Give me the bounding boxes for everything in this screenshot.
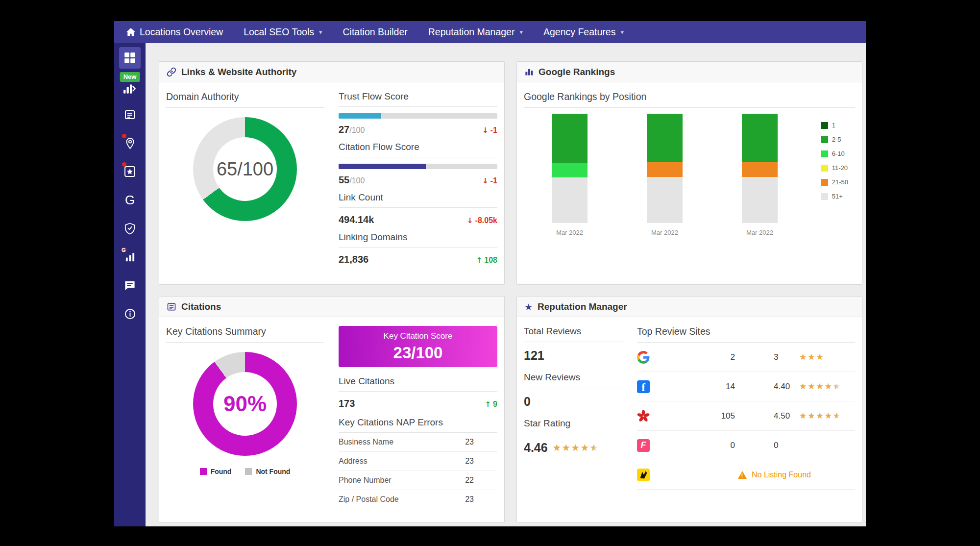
star-rating-display: ★★★★★★ [799, 353, 825, 361]
nav-label: Reputation Manager [428, 26, 515, 38]
sidebar-item-info[interactable] [119, 303, 141, 324]
metric-value: 21,836 [339, 254, 368, 265]
sidebar-item-citations[interactable] [119, 104, 141, 125]
ranking-stacked-bar [647, 114, 683, 223]
rankings-chart: Mar 2022Mar 2022Mar 2022 12-56-1011-2021… [524, 114, 855, 275]
metric-value: 27/100 [339, 124, 365, 135]
linking-domains-metric: Linking Domains 21,836 ↑108 [339, 232, 497, 265]
new-reviews-stat: New Reviews 0 [524, 372, 624, 409]
bar-segment-51+ [647, 177, 683, 223]
citations-donut: 90% [193, 352, 297, 456]
sidebar-item-dashboard[interactable] [119, 47, 141, 69]
card-body: Google Rankings by Position Mar 2022Mar … [517, 82, 862, 284]
stat-value: 4.46 [524, 441, 548, 455]
card-title: Links & Website Authority [181, 67, 296, 77]
card-header: Citations [159, 297, 504, 317]
sidebar-item-rankings[interactable]: New [119, 75, 141, 97]
home-icon [126, 27, 136, 37]
legend-swatch [821, 136, 828, 143]
review-site-row-yellowpages: ! No Listing Found [637, 460, 855, 490]
review-site-row-foursquare: F 0 0 [637, 431, 855, 460]
legend-swatch [245, 468, 252, 475]
metric-heading: Trust Flow Score [339, 91, 497, 107]
domain-authority-donut: 65/100 [193, 117, 297, 221]
star-icon: ★ [524, 301, 533, 312]
link-count-metric: Link Count 494.14k ↓-8.05k [339, 192, 497, 225]
key-citation-score-box: Key Citation Score 23/100 [339, 326, 497, 367]
nav-locations-overview[interactable]: Locations Overview [126, 26, 223, 38]
rankings-bars: Mar 2022Mar 2022Mar 2022 [552, 114, 778, 236]
metric-heading: Linking Domains [339, 232, 497, 248]
nav-label: Citation Builder [343, 26, 408, 38]
bar-segment-51+ [552, 177, 588, 223]
card-body: Key Citations Summary 90% Found Not [159, 317, 504, 522]
star-rating-display: ★★★★★★★★★★ [553, 443, 599, 452]
delta-badge: ↓-1 [482, 126, 497, 135]
sidebar-item-google[interactable]: G [119, 189, 141, 211]
stat-value: 121 [524, 348, 624, 363]
review-rating: 4.40 [774, 382, 794, 392]
legend-swatch [821, 150, 828, 157]
metric-heading: Link Count [339, 192, 497, 208]
nap-value: 23 [465, 495, 497, 504]
review-site-row-google: 2 3 ★★★★★★ [637, 343, 855, 372]
delta-badge: ↑108 [476, 256, 497, 265]
nap-label: Phone Number [339, 476, 392, 485]
legend-swatch [821, 122, 828, 129]
dashboard-grid-icon [124, 52, 136, 64]
review-rating: 3 [774, 352, 794, 362]
google-g-icon: G [125, 193, 135, 208]
citations-list-icon [124, 109, 136, 121]
nav-citation-builder[interactable]: Citation Builder [343, 26, 408, 38]
ranking-stacked-bar [552, 114, 588, 223]
star-square-icon [124, 166, 136, 177]
chat-bubble-icon [124, 280, 136, 291]
total-reviews-stat: Total Reviews 121 [524, 326, 624, 363]
citations-icon [167, 302, 176, 312]
google-logo [637, 351, 652, 364]
ranking-bar-column: Mar 2022 [552, 114, 588, 236]
sidebar-item-reviews[interactable] [119, 274, 141, 296]
star-rating-display: ★★★★★★★★★★ [799, 412, 841, 420]
nav-local-seo-tools[interactable]: Local SEO Tools ▾ [244, 26, 322, 38]
rankings-legend: 12-56-1011-2021-5051+ [821, 122, 848, 200]
score-box-value: 23/100 [393, 344, 443, 362]
nap-value: 23 [465, 438, 497, 447]
citation-flow-progress-fill [339, 164, 426, 169]
x-axis-label: Mar 2022 [647, 229, 683, 236]
foursquare-logo: F [637, 439, 652, 452]
legend-item-found: Found [200, 468, 232, 475]
legend-item-1: 1 [821, 122, 848, 129]
up-arrow-icon: ↑ [476, 256, 483, 265]
chevron-down-icon: ▾ [620, 28, 624, 36]
nav-reputation-manager[interactable]: Reputation Manager ▾ [428, 26, 523, 38]
nav-agency-features[interactable]: Agency Features ▾ [543, 26, 624, 38]
warning-icon: ! [738, 471, 747, 479]
sidebar-item-analytics[interactable]: G [119, 246, 141, 268]
sidebar-item-google-business-profile[interactable] [119, 132, 141, 154]
star-rating-stat: Star Rating 4.46 ★★★★★★★★★★ [524, 418, 624, 455]
domain-authority-score: 65/100 [193, 117, 297, 221]
citation-flow-progress-track [339, 164, 497, 169]
x-axis-label: Mar 2022 [552, 229, 588, 236]
sidebar-item-reputation[interactable] [119, 161, 141, 182]
nap-value: 23 [465, 457, 497, 466]
metric-heading: Citation Flow Score [339, 142, 497, 157]
delta-badge: ↓-1 [482, 176, 497, 185]
legend-item-6-10: 6-10 [821, 150, 848, 157]
ranking-bar-column: Mar 2022 [647, 114, 683, 236]
card-header: Google Rankings [517, 62, 862, 82]
bar-segment-21-50 [742, 162, 778, 177]
legend-item-21-50: 21-50 [821, 178, 848, 186]
card-title: Reputation Manager [538, 301, 627, 312]
bar-segment-2-5 [552, 114, 588, 163]
sidebar-item-local-search-audit[interactable] [119, 218, 141, 239]
link-icon [167, 67, 176, 77]
nap-row: Zip / Postal Code 23 [339, 490, 497, 509]
bar-segment-2-5 [742, 114, 778, 162]
sidebar: New G [114, 43, 146, 526]
info-icon [124, 308, 136, 320]
no-listing-warning: ! No Listing Found [738, 471, 811, 479]
dashboard-content: Links & Website Authority Domain Authori… [146, 43, 866, 526]
review-rating: 0 [774, 441, 794, 450]
